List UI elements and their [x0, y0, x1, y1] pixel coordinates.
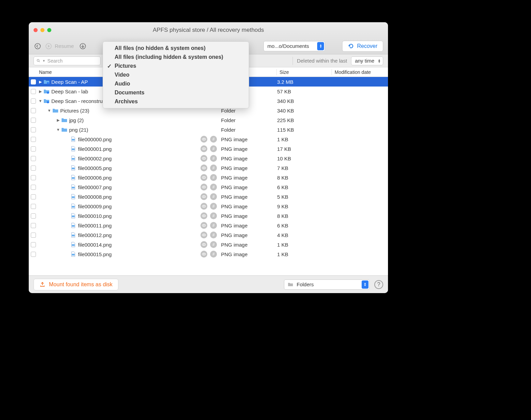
file-row[interactable]: file000010.png#PNG image8 KB	[29, 211, 388, 221]
preview-eye-button[interactable]	[200, 203, 207, 210]
row-checkbox[interactable]	[31, 146, 36, 152]
row-checkbox[interactable]	[31, 233, 36, 238]
svg-rect-26	[72, 196, 75, 198]
preview-eye-button[interactable]	[200, 232, 207, 238]
row-checkbox[interactable]	[31, 137, 36, 142]
column-size[interactable]: Size	[277, 69, 332, 75]
row-checkbox[interactable]	[31, 118, 36, 123]
hex-view-button[interactable]: #	[210, 193, 217, 200]
filter-menu-item[interactable]: Pictures	[103, 62, 249, 70]
preview-eye-button[interactable]	[200, 222, 207, 229]
time-filter-dropdown[interactable]: any time ▲▼	[351, 56, 383, 65]
row-checkbox[interactable]	[31, 79, 36, 84]
preview-eye-button[interactable]	[200, 184, 207, 191]
location-dropdown[interactable]: mo...o/Documents ▲▼	[263, 41, 325, 51]
file-row[interactable]: file000007.png#PNG image6 KB	[29, 182, 388, 192]
back-button[interactable]	[34, 42, 42, 50]
filter-menu-item[interactable]: All files (no hidden & system ones)	[103, 44, 249, 53]
maximize-window-button[interactable]	[47, 28, 51, 32]
file-row[interactable]: file000009.png#PNG image9 KB	[29, 201, 388, 211]
help-button[interactable]: ?	[374, 280, 383, 289]
hex-view-button[interactable]: #	[210, 174, 217, 181]
row-name: png (21)	[69, 127, 217, 133]
row-checkbox[interactable]	[31, 252, 36, 257]
save-session-button[interactable]	[79, 42, 87, 50]
hex-view-button[interactable]: #	[210, 241, 217, 248]
file-row[interactable]: file000000.png#PNG image1 KB	[29, 134, 388, 144]
hex-view-button[interactable]: #	[210, 212, 217, 219]
disclosure-triangle[interactable]: ▶	[56, 118, 61, 122]
row-checkbox[interactable]	[31, 156, 36, 161]
row-checkbox[interactable]	[31, 213, 36, 219]
close-window-button[interactable]	[34, 28, 38, 32]
row-checkbox[interactable]	[31, 89, 36, 94]
svg-point-3	[37, 59, 39, 61]
disclosure-triangle[interactable]: ▶	[38, 89, 43, 94]
preview-eye-button[interactable]	[200, 145, 207, 152]
svg-point-0	[35, 43, 40, 49]
row-checkbox[interactable]	[31, 204, 36, 209]
disclosure-triangle[interactable]: ▶	[38, 80, 43, 84]
row-checkbox[interactable]	[31, 242, 36, 247]
stepper-icon: ▲▼	[378, 59, 381, 63]
column-modification[interactable]: Modification date	[332, 69, 388, 75]
row-kind: PNG image	[221, 232, 277, 238]
hex-view-button[interactable]: #	[210, 251, 217, 258]
file-row[interactable]: file000011.png#PNG image6 KB	[29, 221, 388, 230]
file-row[interactable]: file000005.png#PNG image7 KB	[29, 163, 388, 173]
row-checkbox[interactable]	[31, 194, 36, 199]
row-checkbox[interactable]	[31, 127, 36, 132]
filter-menu-item[interactable]: All files (including hidden & system one…	[103, 53, 249, 62]
row-checkbox[interactable]	[31, 175, 36, 180]
mount-button[interactable]: Mount found items as disk	[34, 279, 118, 290]
disclosure-triangle[interactable]: ▼	[38, 99, 43, 103]
preview-eye-button[interactable]	[200, 174, 207, 181]
preview-eye-button[interactable]	[200, 212, 207, 219]
hex-view-button[interactable]: #	[210, 203, 217, 210]
folder-row[interactable]: ▼png (21)Folder115 KB	[29, 125, 388, 134]
play-button[interactable]	[44, 42, 53, 50]
row-size: 6 KB	[277, 184, 332, 190]
preview-eye-button[interactable]	[200, 155, 207, 162]
folder-icon	[61, 127, 67, 132]
hex-view-button[interactable]: #	[210, 145, 217, 152]
file-row[interactable]: file000008.png#PNG image5 KB	[29, 192, 388, 201]
row-checkbox[interactable]	[31, 108, 36, 113]
recover-button[interactable]: Recover	[342, 41, 383, 52]
preview-eye-button[interactable]	[200, 193, 207, 200]
hex-view-button[interactable]: #	[210, 232, 217, 238]
svg-point-7	[47, 101, 49, 103]
preview-eye-button[interactable]	[200, 136, 207, 143]
hex-view-button[interactable]: #	[210, 155, 217, 162]
search-input[interactable]	[48, 58, 98, 64]
file-row[interactable]: file000012.png#PNG image4 KB	[29, 230, 388, 240]
view-mode-dropdown[interactable]: Folders ▲▼	[284, 279, 370, 290]
filter-menu-item[interactable]: Video	[103, 70, 249, 79]
minimize-window-button[interactable]	[40, 28, 44, 32]
row-checkbox[interactable]	[31, 99, 36, 104]
disclosure-triangle[interactable]: ▼	[56, 128, 61, 132]
svg-rect-38	[72, 235, 75, 236]
row-kind: PNG image	[221, 242, 277, 248]
file-row[interactable]: file000002.png#PNG image10 KB	[29, 154, 388, 163]
row-checkbox[interactable]	[31, 223, 36, 228]
folder-row[interactable]: ▶jpg (2)Folder225 KB	[29, 115, 388, 125]
filter-menu-item[interactable]: Audio	[103, 79, 249, 88]
filter-menu-item[interactable]: Documents	[103, 88, 249, 97]
file-row[interactable]: file000006.png#PNG image8 KB	[29, 173, 388, 182]
search-field[interactable]: ▼	[34, 56, 101, 65]
file-row[interactable]: file000001.png#PNG image17 KB	[29, 144, 388, 154]
preview-eye-button[interactable]	[200, 165, 207, 171]
row-checkbox[interactable]	[31, 185, 36, 190]
preview-eye-button[interactable]	[200, 241, 207, 248]
file-row[interactable]: file000015.png#PNG image1 KB	[29, 249, 388, 259]
filter-menu-item[interactable]: Archives	[103, 97, 249, 106]
hex-view-button[interactable]: #	[210, 222, 217, 229]
hex-view-button[interactable]: #	[210, 136, 217, 143]
preview-eye-button[interactable]	[200, 251, 207, 258]
hex-view-button[interactable]: #	[210, 184, 217, 191]
row-checkbox[interactable]	[31, 166, 36, 171]
disclosure-triangle[interactable]: ▼	[47, 108, 52, 113]
file-row[interactable]: file000014.png#PNG image1 KB	[29, 240, 388, 249]
hex-view-button[interactable]: #	[210, 165, 217, 171]
